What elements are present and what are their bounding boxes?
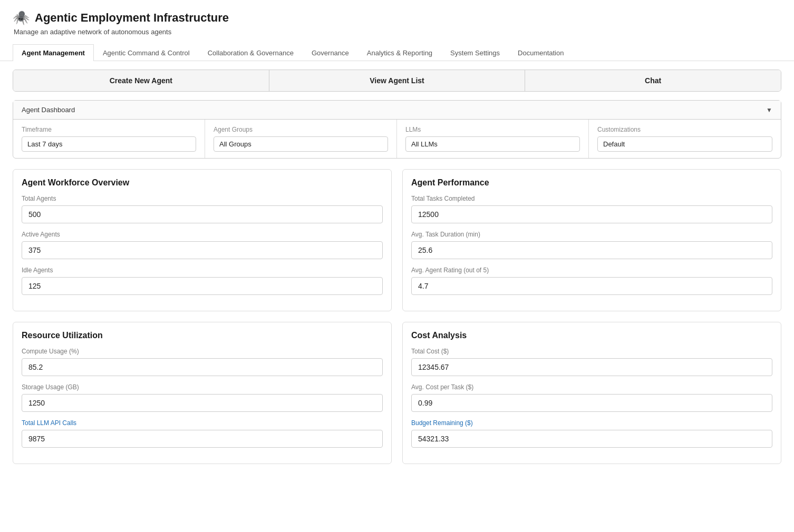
llms-label: LLMs [405, 126, 580, 133]
llm-api-label: Total LLM API Calls [22, 419, 383, 427]
agent-groups-label: Agent Groups [214, 126, 388, 133]
avg-duration-label: Avg. Task Duration (min) [411, 231, 772, 238]
agent-performance-section: Agent Performance Total Tasks Completed … [402, 169, 781, 311]
tab-governance[interactable]: Governance [303, 44, 358, 61]
app-title-text: Agentic Employment Infrastructure [35, 11, 229, 25]
compute-value: 85.2 [22, 358, 383, 376]
avg-rating-value: 4.7 [411, 277, 772, 295]
filter-row: Timeframe Last 7 days Agent Groups All G… [13, 120, 781, 158]
tasks-completed-group: Total Tasks Completed 12500 [411, 195, 772, 223]
tasks-completed-value: 12500 [411, 205, 772, 223]
llms-value[interactable]: All LLMs [405, 136, 580, 152]
tab-system-settings[interactable]: System Settings [441, 44, 509, 61]
total-agents-group: Total Agents 500 [22, 195, 383, 223]
avg-cost-label: Avg. Cost per Task ($) [411, 383, 772, 391]
top-metrics-row: Agent Workforce Overview Total Agents 50… [13, 169, 781, 311]
idle-agents-group: Idle Agents 125 [22, 267, 383, 295]
storage-usage-group: Storage Usage (GB) 1250 [22, 383, 383, 412]
active-agents-value: 375 [22, 241, 383, 259]
tab-collaboration-governance[interactable]: Collaboration & Governance [199, 44, 303, 61]
avg-cost-group: Avg. Cost per Task ($) 0.99 [411, 383, 772, 412]
storage-label: Storage Usage (GB) [22, 383, 383, 391]
app-title: 🕷️ Agentic Employment Infrastructure [13, 9, 781, 26]
tab-analytics-reporting[interactable]: Analytics & Reporting [358, 44, 441, 61]
active-agents-group: Active Agents 375 [22, 231, 383, 259]
agent-groups-filter: Agent Groups All Groups [205, 120, 397, 158]
cost-analysis-section: Cost Analysis Total Cost ($) 12345.67 Av… [402, 322, 781, 464]
view-agent-list-button[interactable]: View Agent List [269, 70, 526, 91]
main-content: Create New Agent View Agent List Chat Ag… [0, 61, 794, 483]
bottom-metrics-row: Resource Utilization Compute Usage (%) 8… [13, 322, 781, 464]
resource-utilization-section: Resource Utilization Compute Usage (%) 8… [13, 322, 392, 464]
llm-api-value: 9875 [22, 430, 383, 448]
workforce-title: Agent Workforce Overview [22, 178, 383, 188]
avg-rating-group: Avg. Agent Rating (out of 5) 4.7 [411, 267, 772, 295]
total-agents-label: Total Agents [22, 195, 383, 202]
avg-duration-value: 25.6 [411, 241, 772, 259]
active-agents-label: Active Agents [22, 231, 383, 238]
avg-cost-value: 0.99 [411, 394, 772, 412]
avg-rating-label: Avg. Agent Rating (out of 5) [411, 267, 772, 274]
tab-bar: Agent Management Agentic Command & Contr… [0, 44, 794, 61]
agent-groups-value[interactable]: All Groups [214, 136, 388, 152]
timeframe-label: Timeframe [22, 126, 196, 133]
app-header: 🕷️ Agentic Employment Infrastructure Man… [0, 0, 794, 39]
agent-dashboard: Agent Dashboard ▼ Timeframe Last 7 days … [13, 100, 781, 159]
idle-agents-value: 125 [22, 277, 383, 295]
timeframe-value[interactable]: Last 7 days [22, 136, 196, 152]
idle-agents-label: Idle Agents [22, 267, 383, 274]
action-buttons: Create New Agent View Agent List Chat [13, 70, 781, 92]
customizations-label: Customizations [597, 126, 772, 133]
tab-agent-management[interactable]: Agent Management [13, 44, 94, 61]
total-agents-value: 500 [22, 205, 383, 223]
llm-api-group: Total LLM API Calls 9875 [22, 419, 383, 448]
resource-title: Resource Utilization [22, 331, 383, 340]
budget-value: 54321.33 [411, 430, 772, 448]
total-cost-label: Total Cost ($) [411, 348, 772, 355]
budget-label: Budget Remaining ($) [411, 419, 772, 427]
app-icon: 🕷️ [13, 9, 30, 26]
storage-value: 1250 [22, 394, 383, 412]
chevron-down-icon: ▼ [766, 106, 772, 114]
create-new-agent-button[interactable]: Create New Agent [13, 70, 269, 91]
customizations-filter: Customizations Default [589, 120, 781, 158]
dashboard-header[interactable]: Agent Dashboard ▼ [13, 101, 781, 120]
performance-title: Agent Performance [411, 178, 772, 188]
customizations-value[interactable]: Default [597, 136, 772, 152]
llms-filter: LLMs All LLMs [397, 120, 589, 158]
budget-remaining-group: Budget Remaining ($) 54321.33 [411, 419, 772, 448]
compute-usage-group: Compute Usage (%) 85.2 [22, 348, 383, 376]
avg-duration-group: Avg. Task Duration (min) 25.6 [411, 231, 772, 259]
dashboard-title: Agent Dashboard [22, 106, 75, 114]
cost-title: Cost Analysis [411, 331, 772, 340]
chat-button[interactable]: Chat [525, 70, 781, 91]
total-cost-group: Total Cost ($) 12345.67 [411, 348, 772, 376]
tab-documentation[interactable]: Documentation [509, 44, 573, 61]
timeframe-filter: Timeframe Last 7 days [13, 120, 205, 158]
total-cost-value: 12345.67 [411, 358, 772, 376]
compute-label: Compute Usage (%) [22, 348, 383, 355]
tab-agentic-command[interactable]: Agentic Command & Control [94, 44, 199, 61]
workforce-overview-section: Agent Workforce Overview Total Agents 50… [13, 169, 392, 311]
tasks-completed-label: Total Tasks Completed [411, 195, 772, 202]
app-subtitle: Manage an adaptive network of autonomous… [14, 28, 781, 36]
